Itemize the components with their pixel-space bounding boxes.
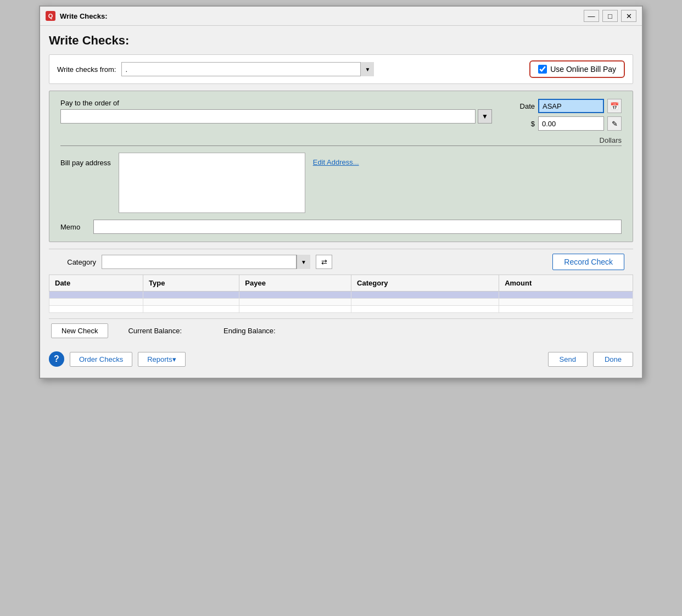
help-button[interactable]: ?: [49, 351, 64, 367]
done-button[interactable]: Done: [593, 352, 633, 367]
content-area: Write Checks: Write checks from: . Use O…: [40, 26, 642, 378]
minimize-button[interactable]: —: [584, 10, 599, 22]
pay-to-label: Pay to the order of: [60, 99, 492, 107]
new-check-button[interactable]: New Check: [51, 323, 108, 338]
cell-type: [143, 306, 239, 313]
category-label: Category: [58, 258, 96, 266]
send-button[interactable]: Send: [548, 352, 588, 367]
footer-bar: ? Order Checks Reports▾ Send Done: [49, 348, 633, 370]
category-input[interactable]: [102, 255, 310, 269]
split-icon: ⇄: [321, 258, 327, 266]
page-title: Write Checks:: [49, 33, 633, 48]
cell-amount: [499, 299, 633, 306]
col-amount: Amount: [499, 275, 633, 292]
write-checks-from-select[interactable]: .: [121, 62, 374, 76]
date-calendar-button[interactable]: 📅: [607, 99, 622, 113]
col-date: Date: [49, 275, 143, 292]
cell-amount: [499, 306, 633, 313]
cell-date: [49, 292, 143, 299]
table-body: [49, 292, 633, 313]
table-row[interactable]: [49, 299, 633, 306]
payee-lookup-button[interactable]: ▼: [478, 109, 492, 124]
write-checks-from-wrapper[interactable]: .: [121, 62, 374, 76]
cell-category: [351, 292, 499, 299]
split-button[interactable]: ⇄: [316, 255, 332, 269]
cell-amount: [499, 292, 633, 299]
table-header: Date Type Payee Category Amount: [49, 275, 633, 292]
bottom-bar: New Check Current Balance: Ending Balanc…: [49, 318, 633, 343]
bill-pay-address-label: Bill pay address: [60, 158, 111, 168]
table-header-row: Date Type Payee Category Amount: [49, 275, 633, 292]
order-checks-button[interactable]: Order Checks: [70, 352, 132, 367]
amount-input[interactable]: [538, 116, 604, 131]
current-balance-label: Current Balance:: [128, 327, 182, 335]
memo-label: Memo: [60, 223, 88, 231]
window-title: Write Checks:: [60, 12, 107, 20]
amount-label: $: [518, 120, 535, 128]
edit-address-button[interactable]: Edit Address...: [313, 158, 359, 166]
cell-payee: [239, 299, 351, 306]
title-bar-left: Q Write Checks:: [46, 11, 107, 21]
memo-input[interactable]: [93, 220, 622, 234]
maximize-button[interactable]: □: [602, 10, 618, 22]
write-checks-from-label: Write checks from:: [57, 65, 116, 74]
cell-payee: [239, 306, 351, 313]
category-select-wrapper[interactable]: ▼: [102, 255, 310, 269]
reports-button[interactable]: Reports▾: [138, 352, 186, 367]
top-bar: Write checks from: . Use Online Bill Pay: [49, 54, 633, 84]
cell-payee: [239, 292, 351, 299]
cell-date: [49, 306, 143, 313]
top-bar-left: Write checks from: .: [57, 62, 374, 76]
close-button[interactable]: ✕: [621, 10, 636, 22]
dollars-line: Dollars: [60, 136, 622, 146]
transactions-table: Date Type Payee Category Amount: [49, 275, 633, 313]
cell-category: [351, 306, 499, 313]
category-dropdown-button[interactable]: ▼: [296, 255, 310, 269]
table-row[interactable]: [49, 306, 633, 313]
app-icon: Q: [46, 11, 55, 21]
address-section: Bill pay address Edit Address...: [60, 153, 622, 213]
table-row[interactable]: [49, 292, 633, 299]
dollars-text: Dollars: [600, 136, 622, 144]
ending-balance-label: Ending Balance:: [223, 327, 276, 335]
memo-row: Memo: [60, 220, 622, 234]
payee-section: Pay to the order of ▼: [60, 99, 492, 124]
online-bill-pay-label: Use Online Bill Pay: [550, 65, 616, 74]
title-controls: — □ ✕: [584, 10, 636, 22]
amount-row: $ ✎: [518, 116, 622, 131]
online-bill-pay-button[interactable]: Use Online Bill Pay: [529, 60, 625, 78]
date-row: Date 📅: [518, 99, 622, 113]
payee-date-row: Pay to the order of ▼ Date 📅 $: [60, 99, 622, 131]
address-box[interactable]: [119, 153, 305, 213]
date-amount-section: Date 📅 $ ✎: [501, 99, 622, 131]
online-bill-pay-checkbox[interactable]: [538, 65, 547, 74]
cell-type: [143, 299, 239, 306]
payee-input-row: ▼: [60, 109, 492, 124]
date-label: Date: [518, 102, 535, 110]
col-payee: Payee: [239, 275, 351, 292]
col-type: Type: [143, 275, 239, 292]
check-form: Pay to the order of ▼ Date 📅 $: [49, 91, 633, 242]
write-checks-window: Q Write Checks: — □ ✕ Write Checks: Writ…: [39, 5, 643, 379]
col-category: Category: [351, 275, 499, 292]
record-check-button[interactable]: Record Check: [552, 254, 624, 270]
category-section: Category ▼ ⇄ Record Check: [49, 249, 633, 275]
payee-input[interactable]: [60, 109, 476, 124]
cell-date: [49, 299, 143, 306]
amount-calculator-button[interactable]: ✎: [607, 116, 622, 131]
title-bar: Q Write Checks: — □ ✕: [40, 7, 642, 26]
date-input[interactable]: [538, 99, 604, 113]
cell-type: [143, 292, 239, 299]
cell-category: [351, 299, 499, 306]
